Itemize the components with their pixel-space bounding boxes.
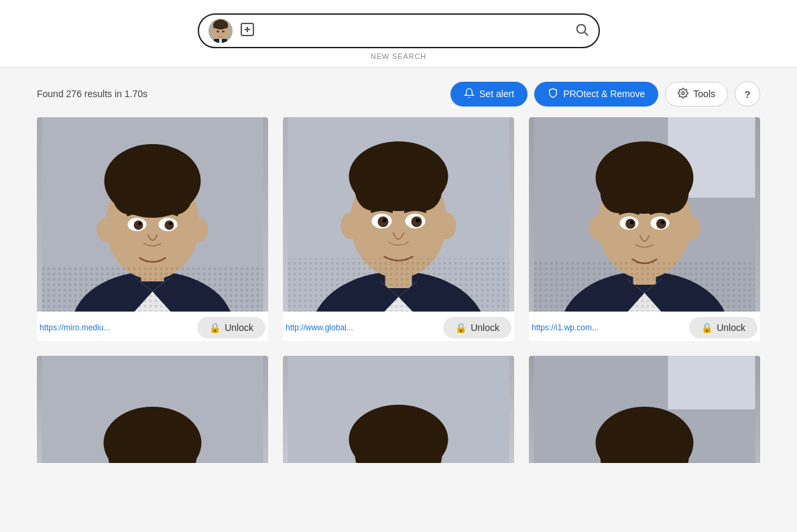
svg-point-27	[134, 220, 143, 230]
svg-rect-67	[534, 261, 755, 312]
svg-point-63	[625, 219, 635, 229]
unlock-label: Unlock	[225, 322, 253, 333]
grid-item	[283, 356, 514, 463]
svg-rect-49	[288, 258, 509, 312]
new-search-link[interactable]: NEW SEARCH	[371, 52, 426, 60]
svg-point-5	[226, 30, 229, 34]
grid-item-footer: https://miro.mediu... 🔒 Unlock	[37, 312, 268, 341]
result-image	[283, 117, 514, 312]
lock-icon: 🔒	[455, 322, 467, 333]
set-alert-label: Set alert	[479, 88, 514, 99]
svg-rect-31	[42, 265, 263, 312]
svg-point-47	[383, 218, 387, 222]
protect-remove-button[interactable]: PROtect & Remove	[534, 82, 658, 107]
svg-rect-9	[219, 39, 222, 43]
svg-point-24	[190, 218, 208, 242]
search-bar[interactable]	[198, 13, 600, 48]
shield-icon	[548, 88, 558, 101]
results-bar: Found 276 results in 1.70s Set alert PRO…	[0, 68, 797, 117]
avatar	[208, 19, 233, 43]
grid-item: https://miro.mediu... 🔒 Unlock	[37, 117, 268, 341]
lock-icon: 🔒	[701, 322, 713, 333]
svg-point-42	[436, 212, 456, 239]
grid-item: https://i1.wp.com... 🔒 Unlock	[529, 117, 760, 341]
svg-point-3	[213, 20, 228, 29]
svg-point-59	[589, 215, 608, 241]
grid-item: http://www.global... 🔒 Unlock	[283, 117, 514, 341]
protect-remove-label: PROtect & Remove	[563, 88, 645, 99]
grid-item	[529, 356, 760, 463]
search-icon[interactable]	[574, 22, 589, 40]
item-url[interactable]: https://miro.mediu...	[40, 323, 110, 332]
help-button[interactable]: ?	[735, 81, 760, 107]
result-image	[529, 356, 760, 463]
svg-point-64	[656, 219, 666, 229]
unlock-label: Unlock	[471, 322, 499, 333]
results-count: Found 276 results in 1.70s	[37, 88, 147, 99]
bell-icon	[464, 88, 475, 101]
svg-point-6	[217, 31, 219, 33]
grid-item-footer: https://i1.wp.com... 🔒 Unlock	[529, 312, 760, 341]
svg-point-41	[341, 212, 361, 239]
svg-rect-82	[668, 356, 755, 409]
search-input[interactable]	[262, 25, 568, 37]
add-image-icon[interactable]	[239, 21, 255, 40]
unlock-button[interactable]: 🔒 Unlock	[689, 317, 757, 338]
svg-point-4	[211, 30, 214, 34]
svg-point-7	[222, 31, 225, 33]
svg-point-57	[601, 172, 635, 213]
unlock-label: Unlock	[717, 322, 745, 333]
header: NEW SEARCH	[0, 0, 797, 68]
tools-button[interactable]: Tools	[665, 82, 728, 107]
results-grid: https://miro.mediu... 🔒 Unlock	[0, 117, 797, 483]
svg-point-60	[682, 215, 700, 241]
result-image	[37, 117, 268, 312]
item-url[interactable]: https://i1.wp.com...	[532, 323, 599, 332]
svg-point-23	[97, 218, 116, 242]
svg-point-40	[353, 149, 444, 196]
result-image	[37, 356, 268, 463]
svg-point-15	[682, 92, 684, 94]
svg-point-21	[113, 174, 146, 214]
svg-point-58	[654, 172, 689, 213]
svg-point-13	[576, 24, 585, 33]
svg-point-48	[416, 218, 420, 222]
set-alert-button[interactable]: Set alert	[450, 82, 528, 107]
svg-line-14	[585, 32, 588, 36]
lock-icon: 🔒	[209, 322, 221, 333]
result-image	[529, 117, 760, 312]
grid-item-footer: http://www.global... 🔒 Unlock	[283, 312, 514, 341]
svg-point-28	[165, 220, 174, 230]
gear-icon	[678, 88, 688, 101]
svg-point-29	[138, 222, 141, 226]
result-image	[283, 356, 514, 463]
svg-point-22	[160, 174, 193, 214]
item-url[interactable]: http://www.global...	[286, 323, 353, 332]
grid-item	[37, 356, 268, 463]
question-icon: ?	[744, 88, 750, 100]
action-buttons: Set alert PROtect & Remove Tools ?	[450, 81, 760, 107]
unlock-button[interactable]: 🔒 Unlock	[197, 317, 265, 338]
unlock-button[interactable]: 🔒 Unlock	[443, 317, 511, 338]
svg-point-65	[630, 220, 634, 224]
tools-label: Tools	[693, 88, 715, 99]
svg-point-66	[661, 220, 665, 224]
svg-point-30	[169, 222, 172, 226]
